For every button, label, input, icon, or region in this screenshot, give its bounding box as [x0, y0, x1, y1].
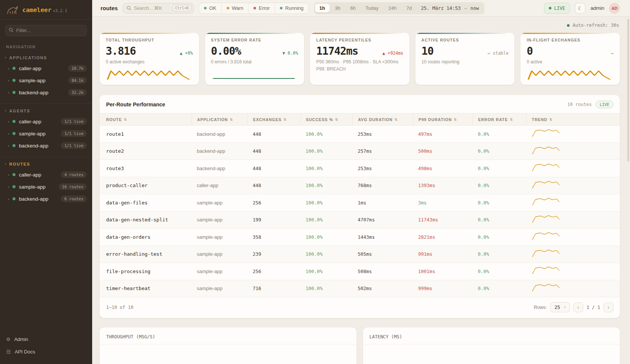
- filter-input[interactable]: [5, 25, 87, 36]
- column-header-trend[interactable]: TREND⇅: [526, 114, 620, 125]
- chevron-down-icon: ▾: [5, 56, 6, 59]
- route-name-cell: error-handling-test: [100, 251, 191, 257]
- exchanges-cell: 239: [247, 251, 300, 257]
- user-name: admin: [590, 5, 604, 11]
- section-label: AGENTS: [9, 109, 30, 113]
- trend-cell: [526, 129, 620, 139]
- avatar[interactable]: AD: [609, 3, 620, 14]
- kpi-value: 0: [527, 45, 533, 57]
- sidebar-footer-item-admin[interactable]: ⚙Admin: [0, 333, 92, 346]
- status-filter-label: Warn: [232, 5, 244, 11]
- application-cell: caller-app: [191, 183, 247, 188]
- status-filter-error[interactable]: Error: [248, 3, 275, 14]
- kpi-card-latency-percentiles[interactable]: LATENCY PERCENTILES11742ms▲ +924msP50 36…: [310, 33, 409, 85]
- section-label: ROUTES: [9, 162, 30, 166]
- sidebar-item-caller-app[interactable]: ▸caller-app1/1 live: [0, 115, 92, 127]
- kpi-card-system-error-rate[interactable]: SYSTEM ERROR RATE0.00%▼ 0.0%0 errors / 3…: [205, 33, 304, 85]
- status-filter-running[interactable]: Running: [275, 3, 308, 14]
- section-header-routes[interactable]: ▾ROUTES: [0, 160, 92, 169]
- kpi-card-in-flight-exchanges[interactable]: IN-FLIGHT EXCHANGES0⇔0 active: [520, 33, 620, 85]
- table-row[interactable]: error-handling-testsample-app239100.0%50…: [100, 246, 620, 263]
- sidebar-item-label: caller-app: [19, 66, 68, 71]
- application-cell: backend-app: [191, 166, 247, 171]
- route-name-cell: route2: [100, 148, 191, 154]
- search-input[interactable]: Search... ⌘K Ctrl+K: [123, 3, 194, 14]
- time-range-today[interactable]: Today: [361, 4, 383, 12]
- column-header-label: P99 DURATION: [418, 117, 452, 122]
- kpi-card-active-routes[interactable]: ACTIVE ROUTES10⇔ stable10 routes reporti…: [415, 33, 515, 85]
- chevron-right-icon: ▸: [8, 120, 12, 123]
- sidebar-item-backend-app[interactable]: ▸backend-app1/1 live: [0, 140, 92, 152]
- status-filter-warn[interactable]: Warn: [221, 3, 249, 14]
- scrollbar-thumb[interactable]: [627, 19, 629, 161]
- next-page-button[interactable]: ›: [604, 303, 613, 312]
- sidebar-item-badge: 1/1 live: [61, 130, 87, 137]
- date-end: now: [470, 5, 479, 11]
- section-header-applications[interactable]: ▾APPLICATIONS: [0, 53, 92, 62]
- time-range-1h[interactable]: 1h: [315, 4, 330, 12]
- kpi-accent-bar: [205, 33, 304, 34]
- table-row[interactable]: timer-heartbeatsample-app716100.0%502ms9…: [100, 280, 620, 298]
- p99-duration-cell: 999ms: [413, 286, 472, 291]
- column-header-route[interactable]: ROUTE⇅: [100, 114, 191, 125]
- column-header-p99-duration[interactable]: P99 DURATION⇅: [413, 114, 472, 125]
- time-range-3h[interactable]: 3h: [330, 4, 345, 12]
- date-range[interactable]: 25. März 14:53 — now: [417, 5, 483, 11]
- error-rate-cell: 0.0%: [472, 200, 526, 206]
- column-header-success-[interactable]: SUCCESS %⇅: [300, 114, 352, 125]
- prev-page-button[interactable]: ‹: [573, 303, 583, 312]
- table-row[interactable]: route1backend-app448100.0%253ms497ms0.0%: [100, 126, 620, 143]
- kpi-subtitle: 0 active exchanges: [106, 59, 193, 65]
- avg-duration-cell: 502ms: [352, 286, 413, 291]
- column-header-exchanges[interactable]: EXCHANGES⇅: [247, 114, 300, 125]
- sidebar-item-backend-app[interactable]: ▸backend-app32.2k: [0, 86, 92, 98]
- p99-duration-cell: 991ms: [413, 251, 472, 257]
- application-cell: backend-app: [191, 148, 247, 154]
- avg-duration-cell: 505ms: [352, 251, 413, 257]
- application-cell: backend-app: [191, 131, 247, 137]
- sidebar-item-caller-app[interactable]: ▸caller-app10.7k: [0, 62, 92, 74]
- column-header-label: TREND: [532, 117, 547, 122]
- sort-icon: ⇅: [124, 118, 127, 121]
- status-filter-ok[interactable]: OK: [199, 3, 221, 14]
- logo-row[interactable]: cameleerv3.2.1: [0, 0, 92, 20]
- brand-wrap: cameleerv3.2.1: [22, 6, 67, 14]
- table-row[interactable]: product-callercaller-app448100.0%768ms13…: [100, 177, 620, 195]
- table-row[interactable]: route3backend-app448100.0%253ms498ms0.0%: [100, 160, 620, 177]
- kpi-sparkline: [106, 68, 193, 80]
- column-header-label: SUCCESS %: [306, 117, 333, 122]
- trend-cell: [526, 146, 620, 157]
- table-row[interactable]: file-processingsample-app256100.0%508ms1…: [100, 263, 620, 280]
- avg-duration-cell: 257ms: [352, 148, 413, 154]
- table-row[interactable]: route2backend-app448100.0%257ms500ms0.0%: [100, 143, 620, 160]
- success-rate-cell: 100.0%: [300, 131, 352, 137]
- theme-toggle-button[interactable]: ☾: [575, 3, 585, 14]
- status-dot-icon: [227, 7, 229, 9]
- sidebar-item-sample-app[interactable]: ▸sample-app84.1k: [0, 74, 92, 86]
- time-range-7d[interactable]: 7d: [402, 4, 416, 12]
- time-range-24h[interactable]: 24h: [384, 4, 401, 12]
- column-header-error-rate[interactable]: ERROR RATE⇅: [472, 114, 526, 125]
- sidebar-item-backend-app[interactable]: ▸backend-app6 routes: [0, 193, 92, 205]
- route-count: 10 routes: [567, 102, 592, 107]
- kpi-card-total-throughput[interactable]: TOTAL THROUGHPUT3.816▲ +0%0 active excha…: [100, 33, 199, 85]
- table-row[interactable]: data-gen-filessample-app256100.0%1ms3ms0…: [100, 194, 620, 212]
- sidebar-item-sample-app[interactable]: ▸sample-app16 routes: [0, 181, 92, 193]
- sidebar-item-badge: 84.1k: [68, 77, 87, 84]
- table-row[interactable]: data-gen-nested-splitsample-app199100.0%…: [100, 212, 620, 229]
- status-filter-label: Running: [285, 5, 303, 11]
- sidebar-footer-item-api-docs[interactable]: API Docs: [0, 346, 92, 358]
- section-header-agents[interactable]: ▾AGENTS: [0, 106, 92, 115]
- exchanges-cell: 256: [247, 269, 300, 274]
- sidebar-item-caller-app[interactable]: ▸caller-app4 routes: [0, 169, 92, 181]
- live-status-badge[interactable]: LIVE: [544, 3, 570, 14]
- column-header-application[interactable]: APPLICATION⇅: [191, 114, 247, 125]
- sidebar-item-sample-app[interactable]: ▸sample-app1/1 live: [0, 127, 92, 140]
- nav-sections: ▾APPLICATIONS▸caller-app10.7k▸sample-app…: [0, 51, 92, 208]
- rows-per-page-select[interactable]: 25 ▾: [550, 302, 570, 312]
- column-header-avg-duration[interactable]: AVG DURATION⇅: [352, 114, 413, 125]
- trend-cell: [526, 180, 620, 191]
- exchanges-cell: 448: [247, 148, 300, 154]
- time-range-6h[interactable]: 6h: [346, 4, 360, 12]
- table-row[interactable]: data-gen-orderssample-app358100.0%1443ms…: [100, 229, 620, 246]
